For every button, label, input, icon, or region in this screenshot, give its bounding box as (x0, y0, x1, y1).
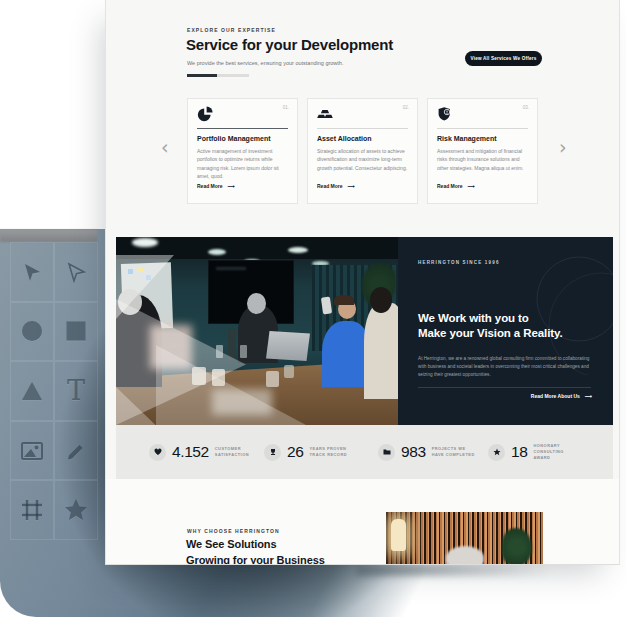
cursor-outline-icon[interactable] (54, 242, 98, 302)
photo-glass (240, 345, 247, 358)
card-divider (437, 128, 528, 129)
image-tool-icon[interactable] (10, 421, 54, 481)
stat-label: Honorary Consulting Award (533, 443, 579, 462)
blurred-window-bar (0, 230, 97, 242)
service-card-portfolio[interactable]: 01. Portfolio Management Active manageme… (187, 98, 298, 204)
read-more-about-us-link[interactable]: Read More About Us⟶ (418, 393, 591, 399)
view-all-services-button[interactable]: View All Services We Offers (465, 51, 542, 66)
card-divider (197, 128, 288, 129)
card-read-more-link[interactable]: Read More⟶ (317, 183, 354, 189)
carousel-next-button[interactable]: › (559, 138, 567, 157)
card-title: Portfolio Management (197, 135, 271, 142)
photo-cup (266, 371, 279, 387)
photo-person-right (364, 303, 398, 399)
hero-title: We Work with you to Make your Vision a R… (418, 311, 563, 342)
service-card-risk[interactable]: 03. Risk Management Assessment and mitig… (427, 98, 538, 204)
photo-bottle (228, 329, 236, 359)
services-title: Service for your Development (186, 36, 393, 53)
service-card-asset[interactable]: 02. Asset Allocation Strategic allocatio… (307, 98, 418, 204)
why-photo (386, 512, 543, 565)
card-divider (317, 128, 408, 129)
card-description: Strategic allocation of assets to achiev… (317, 147, 411, 172)
stat-value: 18 (511, 443, 527, 461)
photo-person-blue (322, 321, 370, 387)
hero-divider (418, 387, 591, 388)
photo-light (288, 247, 308, 253)
blur-smear (356, 564, 552, 576)
webpage-window: EXPLORE OUR EXPERTISE Service for your D… (105, 0, 620, 565)
photo-person-head (370, 287, 392, 313)
card-title: Asset Allocation (317, 135, 372, 142)
screenshot-canvas: T EXPLORE OUR EXPERTISE Service for your… (0, 0, 626, 617)
photo-person-head (247, 293, 266, 314)
card-number: 01. (283, 105, 289, 110)
card-description: Active management of investment portfoli… (197, 147, 291, 180)
stat-projects: 983 Projects We Have Completed (378, 425, 478, 479)
stat-years: 26 Years Proven Track Record (264, 425, 355, 479)
photo-plant (502, 528, 532, 565)
hero-text-panel: HERRINGTON SINCE 1996 We Work with you t… (398, 237, 613, 425)
star-icon (488, 444, 505, 461)
card-number: 02. (403, 105, 409, 110)
shield-alert-icon (437, 106, 453, 126)
pie-chart-icon (197, 106, 213, 126)
stat-label: Years Proven Track Record (309, 446, 355, 459)
arrow-right-icon: ⟶ (585, 393, 591, 399)
photo-laptop (266, 331, 310, 361)
photo-lamp (391, 519, 406, 551)
gold-bars-icon (317, 106, 333, 126)
photo-light (132, 238, 158, 247)
photo-light (208, 249, 226, 255)
stat-awards: 18 Honorary Consulting Award (488, 425, 579, 479)
card-number: 03. (523, 105, 529, 110)
rectangle-tool-icon[interactable] (54, 302, 98, 362)
stat-value: 26 (287, 443, 303, 461)
card-description: Assessment and mitigation of financial r… (437, 147, 531, 172)
hero-paragraph: At Herrington, we are a renowned global … (418, 355, 591, 380)
photo-hair (446, 546, 484, 565)
stat-label: Projects We Have Completed (432, 446, 478, 459)
card-title: Risk Management (437, 135, 497, 142)
card-read-more-link[interactable]: Read More⟶ (197, 183, 234, 189)
stat-value: 4.152 (172, 443, 209, 461)
arrow-right-icon: ⟶ (228, 183, 234, 189)
carousel-progress (187, 74, 249, 77)
photo-cup (284, 365, 294, 378)
folder-icon (378, 444, 395, 461)
hero-photo (116, 237, 398, 425)
trophy-icon (264, 444, 281, 461)
stat-customer-satisfaction: 4.152 Customer Satisfaction (149, 425, 261, 479)
stats-band: 4.152 Customer Satisfaction 26 Years Pro… (116, 425, 613, 479)
stat-label: Customer Satisfaction (215, 446, 261, 459)
hero-eyebrow: HERRINGTON SINCE 1996 (418, 260, 500, 265)
ellipse-tool-icon[interactable] (10, 302, 54, 362)
hero-section: HERRINGTON SINCE 1996 We Work with you t… (116, 237, 613, 425)
stat-value: 983 (401, 443, 426, 461)
star-tool-icon[interactable] (54, 480, 98, 540)
editor-toolbar: T (10, 242, 98, 540)
pencil-tool-icon[interactable] (54, 421, 98, 481)
crop-tool-icon[interactable] (10, 480, 54, 540)
card-read-more-link[interactable]: Read More⟶ (437, 183, 474, 189)
cursor-filled-icon[interactable] (10, 242, 54, 302)
triangle-tool-icon[interactable] (10, 361, 54, 421)
photo-hair (334, 295, 354, 305)
arrow-right-icon: ⟶ (468, 183, 474, 189)
services-eyebrow: EXPLORE OUR EXPERTISE (187, 27, 276, 33)
why-title: We See Solutions Growing for your Busine… (186, 537, 325, 565)
why-eyebrow: WHY CHOOSE HERRINGTON (187, 528, 280, 534)
photo-shape (216, 267, 246, 270)
carousel-progress-fill (187, 74, 217, 77)
heart-icon (149, 444, 166, 461)
text-tool-icon[interactable]: T (54, 361, 98, 421)
carousel-prev-button[interactable]: ‹ (161, 138, 169, 157)
services-subtitle: We provide the best services, ensuring y… (187, 60, 343, 66)
arrow-right-icon: ⟶ (348, 183, 354, 189)
